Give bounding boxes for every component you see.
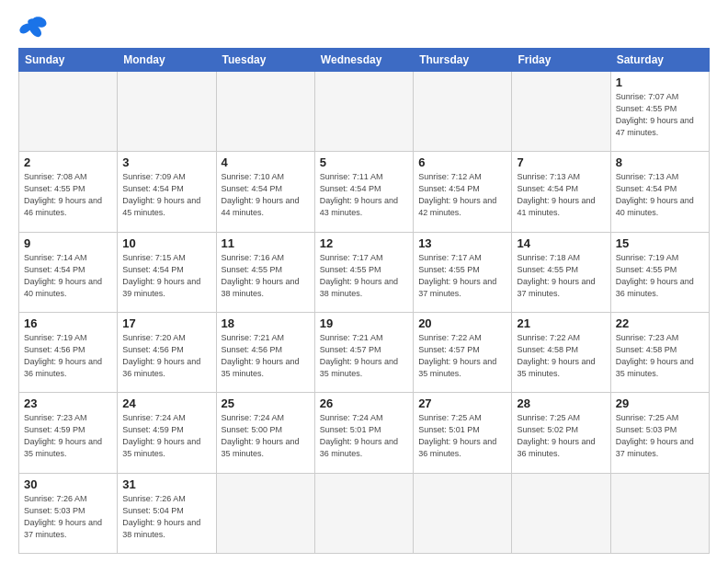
- day-number: 20: [418, 316, 506, 330]
- calendar-cell: 7Sunrise: 7:13 AMSunset: 4:54 PMDaylight…: [512, 152, 610, 232]
- calendar-cell: 20Sunrise: 7:22 AMSunset: 4:57 PMDayligh…: [414, 312, 512, 392]
- page: SundayMondayTuesdayWednesdayThursdayFrid…: [0, 0, 728, 563]
- calendar-cell: [610, 473, 709, 553]
- day-info: Sunrise: 7:17 AMSunset: 4:55 PMDaylight:…: [418, 252, 506, 300]
- calendar-header-thursday: Thursday: [414, 49, 512, 72]
- day-info: Sunrise: 7:25 AMSunset: 5:03 PMDaylight:…: [616, 412, 704, 460]
- day-number: 13: [418, 236, 506, 250]
- day-number: 9: [24, 236, 112, 250]
- day-number: 23: [24, 396, 112, 410]
- calendar-header-tuesday: Tuesday: [216, 49, 314, 72]
- calendar-cell: 19Sunrise: 7:21 AMSunset: 4:57 PMDayligh…: [314, 312, 413, 392]
- day-info: Sunrise: 7:21 AMSunset: 4:57 PMDaylight:…: [320, 332, 408, 380]
- day-number: 8: [616, 155, 704, 169]
- day-number: 5: [320, 155, 408, 169]
- day-info: Sunrise: 7:11 AMSunset: 4:54 PMDaylight:…: [320, 171, 408, 219]
- day-number: 28: [517, 396, 605, 410]
- calendar-cell: 23Sunrise: 7:23 AMSunset: 4:59 PMDayligh…: [19, 393, 118, 473]
- calendar-header-monday: Monday: [118, 49, 216, 72]
- day-info: Sunrise: 7:19 AMSunset: 4:56 PMDaylight:…: [24, 332, 112, 380]
- day-number: 3: [122, 155, 210, 169]
- day-info: Sunrise: 7:16 AMSunset: 4:55 PMDaylight:…: [222, 252, 310, 300]
- day-info: Sunrise: 7:21 AMSunset: 4:56 PMDaylight:…: [222, 332, 310, 380]
- day-number: 7: [517, 155, 605, 169]
- day-number: 6: [418, 155, 506, 169]
- calendar-week-2: 9Sunrise: 7:14 AMSunset: 4:54 PMDaylight…: [19, 232, 710, 312]
- day-number: 30: [24, 477, 112, 491]
- calendar-cell: 27Sunrise: 7:25 AMSunset: 5:01 PMDayligh…: [414, 393, 512, 473]
- day-info: Sunrise: 7:23 AMSunset: 4:59 PMDaylight:…: [24, 412, 112, 460]
- calendar-cell: [216, 72, 314, 152]
- day-number: 17: [122, 316, 210, 330]
- day-number: 26: [320, 396, 408, 410]
- calendar-cell: [19, 72, 118, 152]
- calendar-cell: 21Sunrise: 7:22 AMSunset: 4:58 PMDayligh…: [512, 312, 610, 392]
- calendar-header-sunday: Sunday: [19, 49, 118, 72]
- day-info: Sunrise: 7:25 AMSunset: 5:02 PMDaylight:…: [517, 412, 605, 460]
- calendar-cell: 31Sunrise: 7:26 AMSunset: 5:04 PMDayligh…: [118, 473, 216, 553]
- calendar-cell: 13Sunrise: 7:17 AMSunset: 4:55 PMDayligh…: [414, 232, 512, 312]
- calendar-cell: 10Sunrise: 7:15 AMSunset: 4:54 PMDayligh…: [118, 232, 216, 312]
- calendar-cell: 25Sunrise: 7:24 AMSunset: 5:00 PMDayligh…: [216, 393, 314, 473]
- calendar-week-3: 16Sunrise: 7:19 AMSunset: 4:56 PMDayligh…: [19, 312, 710, 392]
- calendar-cell: 8Sunrise: 7:13 AMSunset: 4:54 PMDaylight…: [610, 152, 709, 232]
- logo-icon: [18, 15, 48, 40]
- day-number: 12: [320, 236, 408, 250]
- day-info: Sunrise: 7:15 AMSunset: 4:54 PMDaylight:…: [122, 252, 210, 300]
- day-number: 25: [222, 396, 310, 410]
- calendar-cell: 17Sunrise: 7:20 AMSunset: 4:56 PMDayligh…: [118, 312, 216, 392]
- calendar-cell: 26Sunrise: 7:24 AMSunset: 5:01 PMDayligh…: [314, 393, 413, 473]
- day-info: Sunrise: 7:26 AMSunset: 5:04 PMDaylight:…: [122, 493, 210, 541]
- day-number: 19: [320, 316, 408, 330]
- calendar-header-saturday: Saturday: [610, 49, 709, 72]
- calendar-cell: [118, 72, 216, 152]
- calendar-cell: [512, 72, 610, 152]
- day-number: 27: [418, 396, 506, 410]
- day-number: 14: [517, 236, 605, 250]
- day-info: Sunrise: 7:26 AMSunset: 5:03 PMDaylight:…: [24, 493, 112, 541]
- day-info: Sunrise: 7:23 AMSunset: 4:58 PMDaylight:…: [616, 332, 704, 380]
- calendar-week-0: 1Sunrise: 7:07 AMSunset: 4:55 PMDaylight…: [19, 72, 710, 152]
- day-number: 2: [24, 155, 112, 169]
- day-info: Sunrise: 7:24 AMSunset: 5:01 PMDaylight:…: [320, 412, 408, 460]
- calendar-cell: 9Sunrise: 7:14 AMSunset: 4:54 PMDaylight…: [19, 232, 118, 312]
- day-info: Sunrise: 7:22 AMSunset: 4:58 PMDaylight:…: [517, 332, 605, 380]
- day-number: 16: [24, 316, 112, 330]
- calendar-cell: 28Sunrise: 7:25 AMSunset: 5:02 PMDayligh…: [512, 393, 610, 473]
- day-number: 11: [222, 236, 310, 250]
- calendar-cell: [512, 473, 610, 553]
- calendar-header-row: SundayMondayTuesdayWednesdayThursdayFrid…: [19, 49, 710, 72]
- calendar-table: SundayMondayTuesdayWednesdayThursdayFrid…: [18, 48, 710, 554]
- calendar-cell: [216, 473, 314, 553]
- day-number: 1: [616, 75, 704, 89]
- day-info: Sunrise: 7:12 AMSunset: 4:54 PMDaylight:…: [418, 171, 506, 219]
- calendar-cell: 16Sunrise: 7:19 AMSunset: 4:56 PMDayligh…: [19, 312, 118, 392]
- day-info: Sunrise: 7:19 AMSunset: 4:55 PMDaylight:…: [616, 252, 704, 300]
- day-info: Sunrise: 7:24 AMSunset: 4:59 PMDaylight:…: [122, 412, 210, 460]
- day-info: Sunrise: 7:10 AMSunset: 4:54 PMDaylight:…: [222, 171, 310, 219]
- day-number: 18: [222, 316, 310, 330]
- day-number: 15: [616, 236, 704, 250]
- logo: [18, 15, 51, 40]
- day-number: 31: [122, 477, 210, 491]
- calendar-cell: 1Sunrise: 7:07 AMSunset: 4:55 PMDaylight…: [610, 72, 709, 152]
- calendar-cell: 15Sunrise: 7:19 AMSunset: 4:55 PMDayligh…: [610, 232, 709, 312]
- day-info: Sunrise: 7:24 AMSunset: 5:00 PMDaylight:…: [222, 412, 310, 460]
- day-info: Sunrise: 7:17 AMSunset: 4:55 PMDaylight:…: [320, 252, 408, 300]
- day-info: Sunrise: 7:07 AMSunset: 4:55 PMDaylight:…: [616, 91, 704, 139]
- calendar-week-4: 23Sunrise: 7:23 AMSunset: 4:59 PMDayligh…: [19, 393, 710, 473]
- day-info: Sunrise: 7:25 AMSunset: 5:01 PMDaylight:…: [418, 412, 506, 460]
- calendar-cell: 4Sunrise: 7:10 AMSunset: 4:54 PMDaylight…: [216, 152, 314, 232]
- calendar-cell: 11Sunrise: 7:16 AMSunset: 4:55 PMDayligh…: [216, 232, 314, 312]
- calendar-cell: 5Sunrise: 7:11 AMSunset: 4:54 PMDaylight…: [314, 152, 413, 232]
- day-info: Sunrise: 7:22 AMSunset: 4:57 PMDaylight:…: [418, 332, 506, 380]
- day-number: 22: [616, 316, 704, 330]
- calendar-cell: 2Sunrise: 7:08 AMSunset: 4:55 PMDaylight…: [19, 152, 118, 232]
- day-info: Sunrise: 7:14 AMSunset: 4:54 PMDaylight:…: [24, 252, 112, 300]
- calendar-cell: [314, 72, 413, 152]
- calendar-cell: 12Sunrise: 7:17 AMSunset: 4:55 PMDayligh…: [314, 232, 413, 312]
- calendar-header-wednesday: Wednesday: [314, 49, 413, 72]
- calendar-cell: 30Sunrise: 7:26 AMSunset: 5:03 PMDayligh…: [19, 473, 118, 553]
- day-info: Sunrise: 7:09 AMSunset: 4:54 PMDaylight:…: [122, 171, 210, 219]
- day-number: 21: [517, 316, 605, 330]
